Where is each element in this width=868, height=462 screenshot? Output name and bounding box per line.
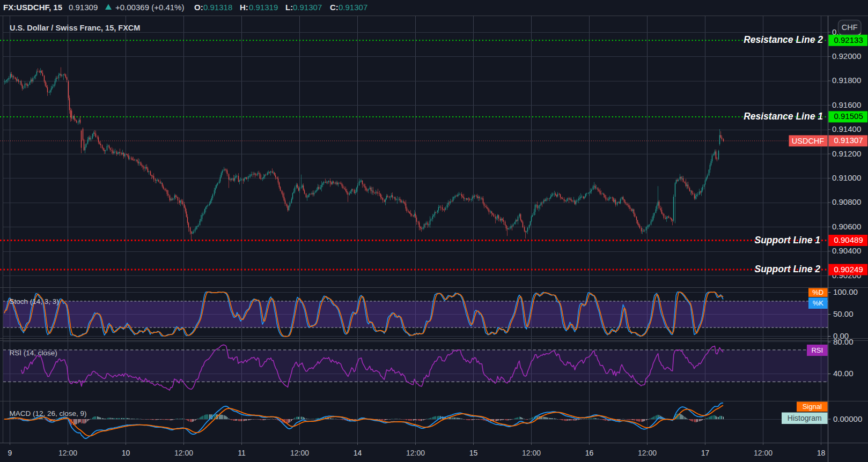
svg-text:50.00: 50.00 (833, 309, 854, 318)
svg-text:0.92000: 0.92000 (832, 51, 861, 61)
svg-text:%D: %D (812, 288, 823, 296)
svg-text:12:00: 12:00 (522, 449, 541, 457)
svg-text:12:00: 12:00 (58, 449, 77, 457)
svg-text:100.00: 100.00 (833, 287, 858, 296)
svg-text:RSI: RSI (811, 346, 823, 354)
svg-text:0.91318: 0.91318 (203, 3, 232, 12)
svg-text:18: 18 (817, 449, 826, 457)
svg-text:0.91307: 0.91307 (293, 3, 322, 12)
svg-text:+0.00369 (+0.41%): +0.00369 (+0.41%) (115, 3, 184, 12)
svg-text:12:00: 12:00 (638, 449, 657, 457)
svg-text:0.90400: 0.90400 (832, 246, 861, 255)
svg-text:O:: O: (194, 3, 203, 12)
svg-text:CHF: CHF (842, 23, 858, 32)
svg-text:0.91307: 0.91307 (834, 136, 863, 145)
svg-text:10: 10 (122, 449, 130, 457)
svg-text:%K: %K (813, 299, 824, 307)
svg-text:0.91800: 0.91800 (832, 76, 861, 85)
svg-text:11: 11 (238, 449, 246, 457)
svg-text:Signal: Signal (803, 403, 822, 411)
svg-text:0.90600: 0.90600 (832, 222, 861, 231)
svg-text:15: 15 (469, 449, 478, 457)
svg-text:0.91200: 0.91200 (832, 149, 861, 158)
svg-text:Resistance Line 2: Resistance Line 2 (744, 34, 823, 45)
svg-text:U.S. Dollar / Swiss Franc, 15,: U.S. Dollar / Swiss Franc, 15, FXCM (10, 24, 140, 32)
svg-text:C:: C: (330, 3, 339, 12)
svg-text:0.91000: 0.91000 (832, 173, 861, 182)
svg-text:Histogram: Histogram (788, 414, 822, 422)
svg-text:0.91309: 0.91309 (69, 3, 98, 12)
svg-text:12:00: 12:00 (406, 449, 425, 457)
svg-text:0.91400: 0.91400 (832, 124, 861, 133)
svg-text:Stoch (14, 3, 3): Stoch (14, 3, 3) (10, 297, 59, 305)
svg-text:12:00: 12:00 (290, 449, 309, 457)
svg-text:FX:USDCHF, 15: FX:USDCHF, 15 (3, 3, 62, 12)
svg-text:14: 14 (354, 449, 362, 457)
svg-text:L:: L: (285, 3, 293, 12)
svg-text:40.00: 40.00 (833, 369, 854, 378)
svg-text:0.91307: 0.91307 (339, 3, 367, 12)
svg-text:0.00000: 0.00000 (833, 414, 862, 423)
svg-text:0.90800: 0.90800 (832, 197, 861, 206)
svg-text:Support Line 1: Support Line 1 (755, 235, 821, 245)
svg-text:0.91319: 0.91319 (249, 3, 278, 12)
svg-text:9: 9 (8, 449, 12, 457)
svg-text:0.92133: 0.92133 (834, 35, 863, 44)
svg-text:16: 16 (585, 449, 594, 457)
svg-text:0.91505: 0.91505 (834, 111, 863, 121)
svg-text:80.00: 80.00 (833, 337, 854, 346)
svg-text:H:: H: (240, 3, 248, 12)
svg-text:0.91600: 0.91600 (832, 100, 861, 109)
svg-text:MACD (12, 26, close, 9): MACD (12, 26, close, 9) (10, 409, 87, 418)
svg-text:Support Line 2: Support Line 2 (755, 264, 821, 274)
svg-text:0.90249: 0.90249 (834, 265, 863, 274)
svg-text:USDCHF: USDCHF (792, 137, 825, 145)
svg-text:12:00: 12:00 (754, 449, 773, 457)
svg-text:12:00: 12:00 (174, 449, 193, 457)
svg-text:17: 17 (701, 449, 710, 457)
svg-text:RSI (14, close): RSI (14, close) (10, 349, 57, 357)
svg-text:Resistance Line 1: Resistance Line 1 (744, 111, 823, 122)
svg-text:0.90489: 0.90489 (834, 235, 863, 244)
